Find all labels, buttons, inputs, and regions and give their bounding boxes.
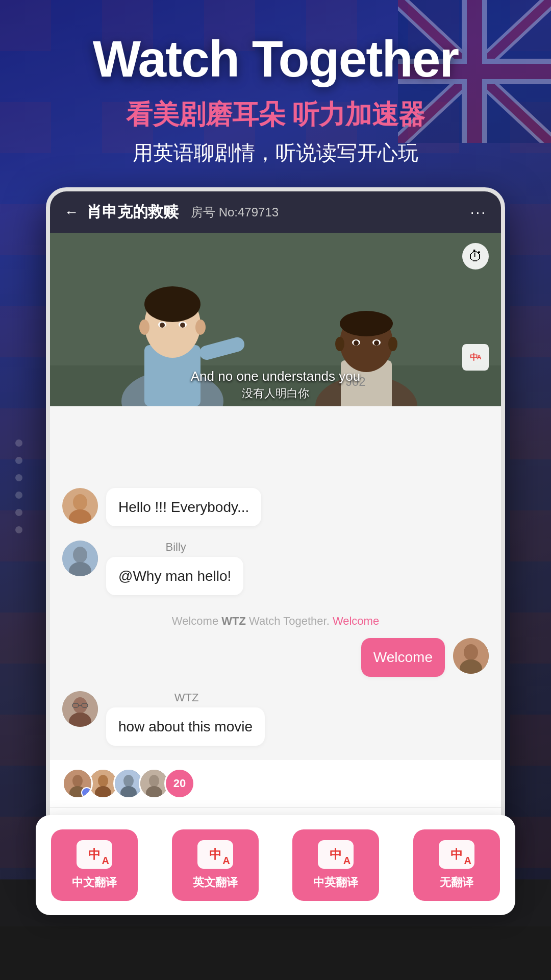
subtitle-cn2: 用英语聊剧情，听说读写开心玩 [0,139,551,167]
lang-toggle-icon[interactable]: 中 A [462,344,489,371]
system-message: Welcome WTZ Watch Together. Welcome [62,609,489,638]
svg-rect-3 [50,233,501,365]
chat-bubble: @Why man hello! [106,557,243,595]
dot-1 [15,439,22,447]
movie-scene: J02 [50,233,501,406]
chat-content: Hello !!! Everybody... [106,488,261,526]
svg-text:没有人明白你: 没有人明白你 [242,387,309,400]
svg-point-52 [123,775,134,787]
svg-text:And no one understands you: And no one understands you [191,369,360,384]
chat-row: WTZ how about this movie [62,691,489,746]
audience-count: 20 [164,768,195,799]
dot-5 [15,509,22,516]
phone-mockup-wrapper: ← 肖申克的救赎 房号 No:479713 ··· [46,187,505,864]
svg-point-49 [98,775,108,787]
dot-3 [15,474,22,481]
hero-section: Watch Together 看美剧磨耳朵 听力加速器 用英语聊剧情，听说读写开… [0,0,551,879]
trans-icon-english: 中 A [197,840,233,864]
chat-name-wtz: WTZ [106,691,265,704]
trans-btn-bilingual[interactable]: 中 A 中英翻译 [292,829,379,864]
dot-2 [15,457,22,464]
svg-point-21 [388,337,397,351]
subtitle-cn: 看美剧磨耳朵 听力加速器 [0,97,551,133]
trans-btn-english[interactable]: 中 A 英文翻译 [172,829,259,864]
svg-text:♪: ♪ [86,791,88,795]
trans-icon-none: 中 A [439,840,474,864]
svg-point-32 [73,547,87,563]
speed-icon[interactable]: ⏱ [462,243,489,270]
chat-bubble: how about this movie [106,707,265,746]
svg-point-44 [72,775,83,787]
svg-point-8 [139,320,149,335]
svg-point-19 [340,311,393,336]
svg-point-20 [335,337,344,351]
trans-icon-chinese: 中 A [77,840,112,864]
back-arrow-icon[interactable]: ← [64,204,79,220]
more-options-icon[interactable]: ··· [470,204,487,220]
chat-messages: Hello !!! Everybody... [50,488,501,746]
chat-row: Hello !!! Everybody... [62,488,489,526]
avatar [62,691,98,727]
trans-btn-chinese[interactable]: 中 A 中文翻译 [51,829,138,864]
avatar [62,541,98,576]
audience-bar: ♪ [50,760,501,807]
chat-content: Welcome [361,638,445,676]
audience-avatars: ♪ [62,768,195,799]
dot-6 [15,526,22,533]
page: Watch Together 看美剧磨耳朵 听力加速器 用英语聊剧情，听说读写开… [0,0,551,980]
avatar [62,488,98,524]
svg-point-29 [73,494,87,510]
room-number: 房号 No:479713 [191,204,279,220]
chat-bubble-sent: Welcome [361,638,445,676]
dots-decoration [15,439,22,533]
audience-avatar-1: ♪ [62,768,93,799]
dot-4 [15,492,22,499]
svg-point-55 [149,775,159,787]
svg-point-35 [464,644,478,660]
system-wtz: WTZ [221,615,246,627]
system-welcome-link[interactable]: Welcome [333,615,379,627]
svg-point-24 [354,340,359,346]
chat-content: WTZ how about this movie [106,691,265,746]
chat-name: Billy [106,541,243,554]
chat-content: Billy @Why man hello! [106,541,243,595]
movie-header: ← 肖申克的救赎 房号 No:479713 ··· [50,191,501,233]
chat-bubble: Hello !!! Everybody... [106,488,261,526]
chat-row: Billy @Why man hello! [62,541,489,595]
trans-btn-none[interactable]: 中 A 无翻译 [413,829,500,864]
movie-frame: J02 [50,233,501,406]
main-title: Watch Together [0,31,551,87]
chat-row: Welcome [62,638,489,676]
chat-section: Hello !!! Everybody... [50,406,501,860]
svg-point-12 [160,323,165,328]
svg-point-7 [144,286,201,322]
svg-point-13 [180,323,185,328]
trans-icon-bilingual: 中 A [318,840,354,864]
phone-mockup: ← 肖申克的救赎 房号 No:479713 ··· [46,187,505,864]
svg-point-9 [195,320,206,335]
avatar [453,638,489,674]
translation-overlay: 中 A 中文翻译 中 A 英文翻译 中 [46,815,505,864]
movie-title: 肖申克的救赎 [87,202,179,223]
svg-point-25 [374,340,379,346]
